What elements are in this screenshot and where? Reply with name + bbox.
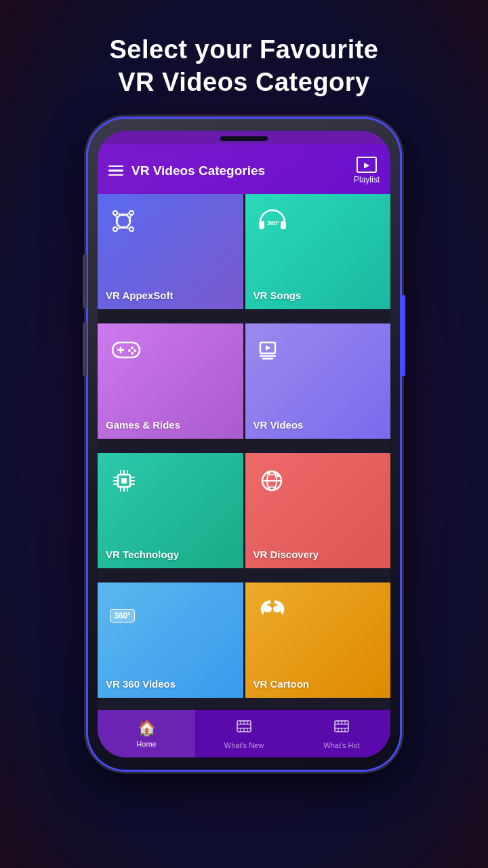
svg-point-17 <box>131 347 134 349</box>
category-games-label: Games & Rides <box>106 419 235 431</box>
category-technology-label: VR Technology <box>106 549 235 560</box>
category-discovery-label: VR Discovery <box>253 549 383 560</box>
category-songs-label: VR Songs <box>253 290 383 301</box>
video-flag-icon <box>258 337 285 370</box>
film-new-icon <box>236 718 252 738</box>
playlist-label: Playlist <box>354 175 380 184</box>
svg-point-2 <box>129 211 134 215</box>
svg-point-1 <box>113 211 117 215</box>
svg-marker-22 <box>266 345 270 351</box>
nav-whats-new[interactable]: What's New <box>195 710 293 757</box>
menu-icon[interactable] <box>108 165 123 176</box>
phone-screen: VR Videos Categories Playlist <box>98 131 390 757</box>
header-title: VR Videos Categories <box>131 163 265 178</box>
category-songs[interactable]: 360° VR Songs <box>245 194 391 309</box>
discord-icon <box>258 596 287 629</box>
header-left: VR Videos Categories <box>108 163 265 178</box>
svg-point-3 <box>113 227 117 231</box>
bottom-nav: 🏠 Home <box>98 710 390 757</box>
category-360-label: VR 360 Videos <box>106 678 235 690</box>
badge-360-icon: 360° <box>110 596 135 625</box>
category-technology[interactable]: VR Technology <box>98 453 243 568</box>
svg-text:360°: 360° <box>267 220 280 226</box>
svg-point-0 <box>117 214 130 228</box>
svg-point-4 <box>129 227 134 231</box>
category-appexsoft-label: VR AppexSoft <box>106 290 235 301</box>
svg-point-19 <box>128 349 131 352</box>
screen-content: VR Videos Categories Playlist <box>98 131 390 757</box>
discovery-icon <box>258 467 286 501</box>
gamepad-icon <box>110 337 142 368</box>
nav-whats-new-label: What's New <box>224 741 264 749</box>
headphones-icon: 360° <box>258 208 287 241</box>
page-title: Select your Favourite VR Videos Category <box>110 34 379 98</box>
svg-point-20 <box>131 352 134 355</box>
app-header: VR Videos Categories Playlist <box>98 144 390 194</box>
nav-whats-hot[interactable]: What's Hot <box>293 710 390 757</box>
category-appexsoft[interactable]: VR AppexSoft <box>98 194 243 309</box>
svg-rect-11 <box>259 221 264 229</box>
category-vrvideos[interactable]: VR Videos <box>245 323 391 439</box>
phone-shell: VR Videos Categories Playlist <box>88 119 400 770</box>
chip-icon <box>110 467 138 501</box>
category-cartoon[interactable]: VR Cartoon <box>245 583 391 698</box>
playlist-icon <box>357 157 377 173</box>
category-360[interactable]: 360° VR 360 Videos <box>98 583 243 698</box>
film-hot-icon <box>333 718 350 738</box>
categories-grid: VR AppexSoft 360° <box>98 194 390 710</box>
nav-whats-hot-label: What's Hot <box>323 741 359 749</box>
category-discovery[interactable]: VR Discovery <box>245 453 391 568</box>
svg-rect-12 <box>281 221 286 229</box>
phone-mockup: VR Videos Categories Playlist <box>88 119 400 770</box>
nav-home-label: Home <box>136 740 156 748</box>
speaker-bar <box>220 136 268 141</box>
svg-point-18 <box>134 349 136 352</box>
category-games[interactable]: Games & Rides <box>98 323 243 439</box>
playlist-button[interactable]: Playlist <box>354 157 380 184</box>
category-cartoon-label: VR Cartoon <box>253 678 383 690</box>
category-vrvideos-label: VR Videos <box>253 419 383 431</box>
circuit-icon <box>110 208 137 241</box>
home-icon: 🏠 <box>138 719 156 737</box>
badge-360-text: 360° <box>110 609 135 623</box>
svg-rect-26 <box>121 478 127 484</box>
nav-home[interactable]: 🏠 Home <box>98 710 195 757</box>
